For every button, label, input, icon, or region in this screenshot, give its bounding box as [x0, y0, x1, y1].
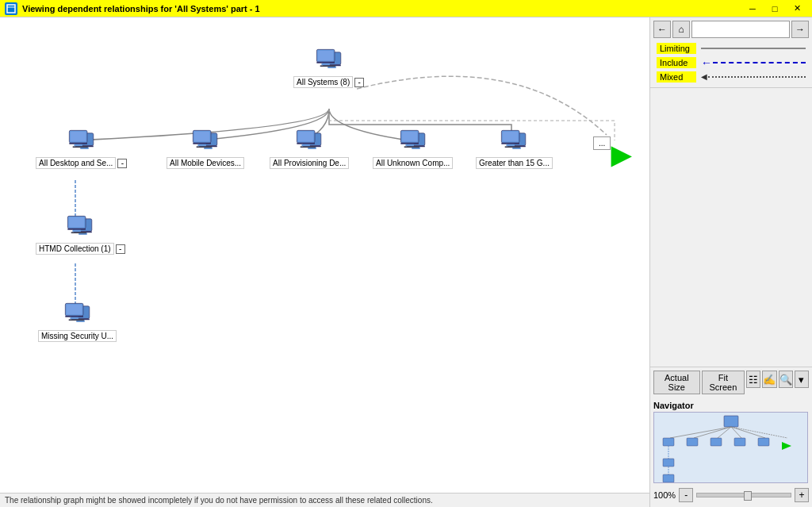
window-controls: ─ □ ✕ [742, 2, 807, 16]
node-icon-all-provisioning [293, 129, 325, 157]
svg-rect-59 [73, 230, 81, 232]
node-label-row-all-provisioning: All Provisioning De... [270, 157, 349, 169]
hand-icon[interactable]: ✍ [762, 371, 776, 388]
maximize-button[interactable]: □ [764, 2, 785, 16]
svg-rect-21 [71, 132, 86, 141]
svg-rect-34 [297, 143, 315, 144]
svg-rect-61 [69, 217, 84, 227]
svg-rect-68 [68, 319, 83, 321]
svg-rect-81 [758, 438, 769, 446]
node-label-row-all-unknown: All Unknown Comp... [373, 157, 453, 169]
app-icon [5, 2, 17, 15]
svg-line-73 [718, 427, 731, 438]
node-all-desktop[interactable]: All Desktop and Se... - [36, 129, 127, 169]
right-panel: ← ⌂ → Limiting Include ← Mixed [649, 17, 812, 507]
svg-marker-82 [782, 442, 791, 450]
navigator-preview [654, 413, 808, 483]
svg-line-71 [670, 427, 731, 438]
node-all-provisioning[interactable]: All Provisioning De... [270, 129, 349, 169]
node-icon-all-unknown [397, 129, 429, 157]
svg-rect-36 [301, 146, 316, 148]
legend-limiting-row: Limiting [653, 41, 809, 56]
node-icon-all-mobile [190, 129, 221, 157]
node-label-all-unknown: All Unknown Comp... [373, 157, 453, 169]
zoom-in-button[interactable]: + [795, 488, 809, 502]
svg-rect-18 [69, 143, 87, 144]
svg-rect-52 [505, 146, 520, 148]
node-all-mobile[interactable]: All Mobile Devices... [167, 129, 244, 169]
statusbar: The relationship graph might be showed i… [0, 493, 649, 507]
green-arrow-icon: ► [604, 135, 639, 175]
close-button[interactable]: ✕ [787, 2, 807, 16]
zoom-thumb[interactable] [744, 491, 752, 501]
actual-size-button[interactable]: Actual Size [653, 371, 700, 394]
svg-rect-84 [663, 459, 674, 467]
legend-mixed-label: Mixed [657, 71, 696, 83]
svg-rect-79 [710, 438, 722, 446]
main-content: All Systems (8) - All Desktop [0, 17, 812, 507]
svg-rect-29 [194, 132, 209, 141]
svg-rect-42 [400, 143, 419, 144]
nav-home-button[interactable]: ⌂ [672, 21, 690, 38]
panel-toggle-icon[interactable]: ▾ [795, 371, 809, 388]
zoom-slider[interactable] [696, 493, 791, 497]
zoom-percent: 100% [653, 490, 676, 500]
nav-back-button[interactable]: ← [653, 21, 671, 38]
svg-rect-11 [321, 63, 329, 66]
node-label-row-missing-security: Missing Security U... [38, 330, 117, 342]
node-expand-htmd[interactable]: - [116, 244, 125, 254]
relationship-lines [0, 17, 649, 507]
node-icon-greater15g [498, 129, 530, 157]
svg-rect-10 [316, 62, 335, 63]
svg-rect-44 [404, 146, 419, 148]
minimize-button[interactable]: ─ [742, 2, 763, 16]
svg-rect-67 [70, 317, 78, 320]
window-title: Viewing dependent relationships for 'All… [22, 4, 260, 13]
node-all-unknown[interactable]: All Unknown Comp... [373, 129, 453, 169]
node-label-row-all-mobile: All Mobile Devices... [167, 157, 244, 169]
legend-include-label: Include [657, 57, 696, 68]
svg-rect-86 [663, 474, 674, 482]
view-buttons: Actual Size Fit Screen ☷ ✍ 🔍 ▾ [653, 371, 809, 394]
svg-rect-13 [318, 51, 333, 60]
node-expand-all-desktop[interactable]: - [117, 159, 127, 168]
node-icon-missing-security [62, 302, 94, 330]
svg-rect-45 [402, 132, 417, 141]
svg-rect-77 [663, 438, 674, 446]
panel-spacer [650, 88, 812, 367]
svg-rect-80 [734, 438, 745, 446]
node-label-greater15g: Greater than 15 G... [476, 157, 553, 169]
svg-rect-78 [687, 438, 698, 446]
node-expand-all-systems[interactable]: - [354, 78, 364, 87]
svg-rect-43 [405, 144, 413, 147]
search-input[interactable] [691, 21, 790, 38]
svg-rect-51 [507, 144, 515, 147]
bottom-controls: Actual Size Fit Screen ☷ ✍ 🔍 ▾ Navigator [650, 367, 812, 507]
navigator-box[interactable] [653, 412, 808, 483]
node-icon-all-desktop [66, 129, 98, 157]
svg-rect-37 [298, 132, 313, 141]
node-all-systems[interactable]: All Systems (8) - [293, 48, 364, 88]
grid-icon[interactable]: ☷ [746, 371, 760, 388]
graph-area[interactable]: All Systems (8) - All Desktop [0, 17, 649, 507]
node-icon-htmd [64, 214, 96, 243]
node-label-row-htmd: HTMD Collection (1) - [36, 243, 125, 255]
zoom-magnify-icon[interactable]: 🔍 [779, 371, 793, 388]
svg-rect-66 [65, 316, 83, 317]
zoom-out-button[interactable]: - [679, 488, 693, 502]
node-label-all-provisioning: All Provisioning De... [270, 157, 349, 169]
node-label-all-systems: All Systems (8) [293, 76, 353, 88]
svg-rect-28 [197, 146, 212, 148]
node-label-row-greater15g: Greater than 15 G... [476, 157, 553, 169]
node-label-all-desktop: All Desktop and Se... [36, 157, 116, 169]
node-label-missing-security: Missing Security U... [38, 330, 117, 342]
zoom-bar: 100% - + [653, 486, 809, 504]
fit-screen-button[interactable]: Fit Screen [702, 371, 745, 394]
node-htmd[interactable]: HTMD Collection (1) - [36, 214, 125, 255]
node-greater15g[interactable]: Greater than 15 G... [476, 129, 553, 169]
search-go-button[interactable]: → [791, 21, 809, 38]
node-label-row-all-desktop: All Desktop and Se... - [36, 157, 127, 169]
node-label-row-all-systems: All Systems (8) - [293, 76, 364, 88]
node-missing-security[interactable]: Missing Security U... [38, 302, 117, 342]
svg-rect-19 [74, 144, 82, 147]
